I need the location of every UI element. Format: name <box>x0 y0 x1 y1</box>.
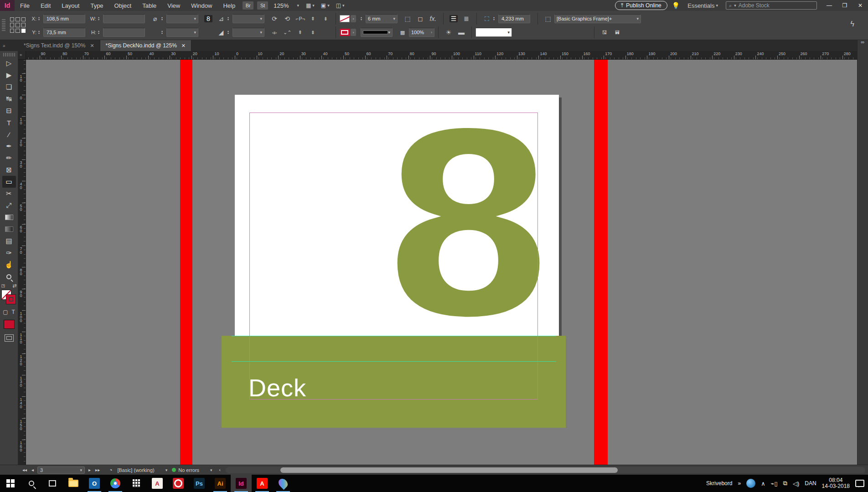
constrain-proportions-icon[interactable]: ⌀ <box>151 15 159 22</box>
document-tab[interactable]: *Signs DeckNo.indd @ 125%✕ <box>100 40 191 51</box>
select-next-icon[interactable]: ⇟ <box>309 30 317 36</box>
photoshop-icon[interactable]: Ps <box>189 475 210 492</box>
reference-point-proxy[interactable] <box>10 17 26 33</box>
wrap-none-icon[interactable]: ☰ <box>450 15 458 22</box>
lightbulb-icon[interactable]: 💡 <box>672 2 680 9</box>
menu-view[interactable]: View <box>162 0 186 11</box>
width-field[interactable] <box>103 14 145 23</box>
y-position-field[interactable]: 73,5 mm <box>43 28 85 37</box>
scale-y-stepper[interactable]: ▴▾ <box>161 30 165 35</box>
select-previous-icon[interactable]: ⇞ <box>296 30 304 36</box>
note-tool[interactable]: ▤ <box>2 235 16 247</box>
autocad-icon[interactable]: A <box>147 475 168 492</box>
h-stepper[interactable]: ▴▾ <box>98 30 102 35</box>
gradient-feather-tool[interactable] <box>2 223 16 235</box>
view-options-select[interactable]: ▦▾ <box>306 2 315 9</box>
rotate-cw-icon[interactable]: ⟳ <box>270 15 279 22</box>
adobe-stock-search-input[interactable]: ⌕ ▾ Adobe Stock <box>726 1 817 10</box>
bridge-button[interactable]: Br <box>243 1 253 10</box>
document-tab[interactable]: *Signs Text.indd @ 150%✕ <box>18 40 100 51</box>
x-stepper[interactable]: ▴▾ <box>38 16 42 21</box>
arrange-send-backward-icon[interactable]: ⇟ <box>321 16 330 22</box>
refpoint[interactable] <box>16 29 20 33</box>
spreadsheet-icon[interactable] <box>126 475 147 492</box>
swap-fill-stroke-icon[interactable]: ⇄ <box>12 283 16 289</box>
preflight-menu-icon[interactable]: ◔ <box>107 467 114 473</box>
formatting-affects-text-icon[interactable]: T <box>12 309 15 315</box>
style-override-icon[interactable]: 🖫 <box>600 30 609 35</box>
chevron-down-icon[interactable]: ▾ <box>165 468 168 472</box>
fit-frame-icon[interactable]: ⛶ <box>483 15 491 23</box>
y-stepper[interactable]: ▴▾ <box>38 30 42 35</box>
corner-options-icon[interactable]: ⬚ <box>403 15 412 22</box>
refpoint-selected[interactable] <box>21 29 26 33</box>
stroke-swatch-red[interactable] <box>6 294 16 304</box>
select-container-icon[interactable]: ⌐P¬ <box>296 16 304 21</box>
document-page[interactable]: 8 Deck <box>235 95 559 418</box>
chevron-down-icon[interactable]: ▾ <box>210 468 212 472</box>
shear-stepper[interactable]: ▴▾ <box>227 30 232 35</box>
pencil-tool[interactable]: ✏ <box>2 152 16 164</box>
menu-help[interactable]: Help <box>217 0 241 11</box>
action-center-icon[interactable] <box>855 480 864 487</box>
menu-type[interactable]: Type <box>85 0 108 11</box>
wrap-top-icon[interactable]: ▬ <box>457 29 465 36</box>
desktop-toolbar-label[interactable]: Skrivebord <box>706 480 732 487</box>
language-indicator[interactable]: DAN <box>805 480 816 487</box>
illustrator-icon[interactable]: Ai <box>210 475 231 492</box>
arrange-documents-select[interactable]: ◫▾ <box>336 2 345 9</box>
quick-apply-icon[interactable]: ϟ <box>851 20 854 28</box>
scale-y-select[interactable]: ▾ <box>166 28 198 37</box>
height-field[interactable] <box>103 28 145 37</box>
clock[interactable]: 08:04 14-03-2018 <box>822 477 850 489</box>
network-icon[interactable]: ⧉ <box>783 480 787 487</box>
hidden-icons-chevron[interactable]: ∧ <box>761 480 765 487</box>
battery-icon[interactable]: ⌁▯ <box>771 480 778 487</box>
tools-panel-grip[interactable] <box>3 53 15 56</box>
frame-tool[interactable]: ⊠ <box>2 164 16 176</box>
stroke-color-swatch-none[interactable] <box>340 15 350 22</box>
page-tool[interactable]: ❏ <box>2 81 16 93</box>
object-style-select[interactable]: [Basic Graphics Frame]+ ▾ <box>554 14 641 23</box>
stock-button[interactable]: St <box>257 1 268 10</box>
document-canvas[interactable]: 8 Deck <box>26 60 857 465</box>
free-transform-tool[interactable]: ⤢ <box>2 200 16 211</box>
scale-link-icon[interactable]: 8 <box>204 15 212 22</box>
shear-select[interactable]: ▾ <box>232 28 264 37</box>
opacity-select[interactable]: 100% › <box>409 28 434 37</box>
rotate-ccw-icon[interactable]: ⟲ <box>283 15 291 22</box>
formatting-affects-container-icon[interactable]: ▢ <box>3 309 8 315</box>
menu-file[interactable]: File <box>15 0 35 11</box>
next-page-button[interactable]: ▸ <box>86 467 93 472</box>
w-stepper[interactable]: ▴▾ <box>98 16 102 21</box>
preflight-profile[interactable]: [Basic] (working) <box>117 467 154 473</box>
tab-expander-icon[interactable]: » <box>0 43 18 48</box>
hand-tool[interactable]: ☝ <box>2 259 16 271</box>
minimize-button[interactable]: — <box>822 0 837 11</box>
close-button[interactable]: ✕ <box>852 0 868 11</box>
last-page-button[interactable]: ▸▸ <box>93 467 102 472</box>
horizontal-ruler[interactable]: 9080706050403020100102030405060708090100… <box>18 51 857 60</box>
scale-x-stepper[interactable]: ▴▾ <box>161 16 165 21</box>
menu-window[interactable]: Window <box>186 0 217 11</box>
menu-edit[interactable]: Edit <box>35 0 56 11</box>
scale-x-select[interactable]: ▾ <box>166 14 198 23</box>
color-drop-icon[interactable] <box>273 475 294 492</box>
scroll-left-icon[interactable]: ‹ <box>217 467 223 472</box>
support-assistant-icon[interactable] <box>746 479 755 488</box>
line-tool[interactable]: ∕ <box>2 128 16 140</box>
zoom-tool[interactable] <box>2 271 16 282</box>
refpoint[interactable] <box>16 23 20 27</box>
indesign-icon[interactable]: Id <box>231 475 252 492</box>
first-page-button[interactable]: ◂◂ <box>20 467 29 472</box>
stroke-weight-stepper[interactable]: ▴▾ <box>361 16 365 21</box>
stroke-swatch-expand[interactable]: › <box>351 15 356 22</box>
refpoint[interactable] <box>10 17 14 21</box>
search-button[interactable] <box>21 475 42 492</box>
selection-tool[interactable]: ▷ <box>2 57 16 69</box>
stroke-type-select[interactable]: ▾ <box>361 28 393 37</box>
chrome-icon[interactable] <box>105 475 126 492</box>
file-explorer-icon[interactable] <box>63 475 84 492</box>
gap-field[interactable]: 4,233 mm <box>498 14 530 23</box>
corner-shape-icon[interactable]: ◻ <box>416 15 424 22</box>
